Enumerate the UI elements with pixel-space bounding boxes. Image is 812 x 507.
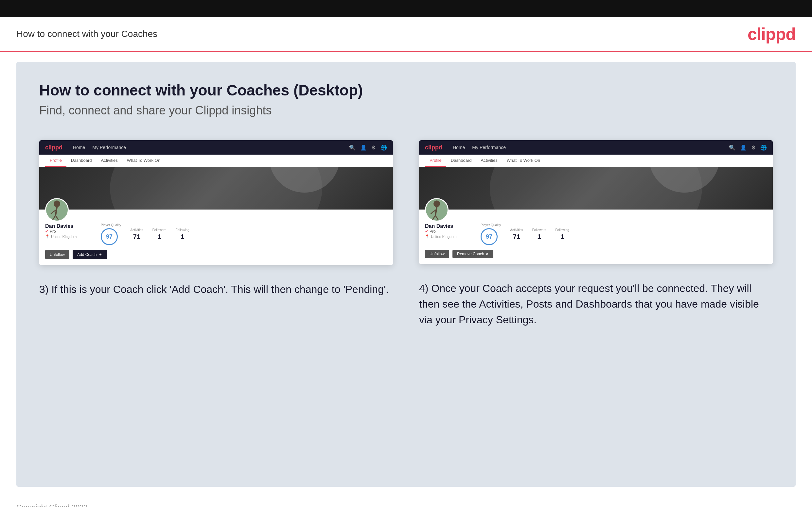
- right-mini-nav: clippd Home My Performance 🔍 👤 ⚙ 🌐: [419, 140, 773, 155]
- content-title: How to connect with your Coaches (Deskto…: [39, 81, 773, 99]
- left-stat-following: Following 1: [176, 228, 190, 240]
- left-nav-performance[interactable]: My Performance: [92, 145, 126, 150]
- right-quality-label: Player Quality: [480, 223, 501, 227]
- right-avatar: [425, 198, 449, 222]
- left-profile-info: Dan Davies ✔ Pro 📍 United Kingdom: [39, 210, 393, 265]
- left-following-value: 1: [181, 233, 184, 240]
- left-quality-label: Player Quality: [101, 223, 121, 227]
- left-stat-followers: Followers 1: [152, 228, 166, 240]
- right-stats-row: Player Quality 97 Activities 71 Follower: [480, 223, 767, 245]
- page-header: How to connect with your Coaches clippd: [0, 17, 812, 52]
- left-tab-bar: Profile Dashboard Activities What To Wor…: [39, 155, 393, 167]
- left-nav-logo: clippd: [45, 144, 62, 151]
- right-stat-following: Following 1: [556, 228, 569, 240]
- left-activities-label: Activities: [130, 228, 143, 232]
- left-quality-circle: 97: [101, 228, 118, 245]
- left-tab-what-to-work-on[interactable]: What To Work On: [122, 155, 165, 167]
- right-globe-icon[interactable]: 🌐: [760, 145, 767, 151]
- user-icon[interactable]: 👤: [360, 145, 367, 151]
- left-activities-value: 71: [133, 233, 140, 240]
- right-location-pin-icon: 📍: [425, 234, 429, 239]
- right-activities-label: Activities: [510, 228, 523, 232]
- left-following-label: Following: [176, 228, 190, 232]
- right-pro-check-icon: ✔: [425, 229, 428, 234]
- clippd-logo: clippd: [748, 24, 796, 44]
- pro-check-icon: ✔: [45, 229, 48, 234]
- left-player-name: Dan Davies: [45, 223, 91, 229]
- right-player-name: Dan Davies: [425, 223, 471, 229]
- svg-line-9: [436, 215, 439, 220]
- right-browser-mock: clippd Home My Performance 🔍 👤 ⚙ 🌐 Profi…: [419, 140, 773, 264]
- right-stat-followers: Followers 1: [532, 228, 546, 240]
- svg-line-1: [56, 207, 57, 215]
- right-player-badge: ✔ Pro: [425, 229, 471, 234]
- svg-line-3: [56, 215, 59, 220]
- right-activities-value: 71: [513, 233, 520, 240]
- add-coach-label: Add Coach: [77, 252, 97, 257]
- right-search-icon[interactable]: 🔍: [729, 145, 735, 151]
- globe-icon[interactable]: 🌐: [380, 145, 387, 151]
- right-stat-quality: Player Quality 97: [480, 223, 501, 245]
- right-tab-profile[interactable]: Profile: [425, 155, 446, 167]
- left-tab-activities[interactable]: Activities: [96, 155, 122, 167]
- left-stats-row: Player Quality 97 Activities 71 Follower: [101, 223, 387, 245]
- left-quality-value: 97: [106, 233, 112, 240]
- right-nav-icons: 🔍 👤 ⚙ 🌐: [729, 145, 767, 151]
- svg-line-2: [53, 215, 56, 220]
- top-bar: [0, 0, 812, 17]
- remove-coach-label: Remove Coach: [457, 252, 484, 256]
- location-pin-icon: 📍: [45, 234, 50, 239]
- plus-icon: ＋: [98, 252, 102, 257]
- svg-line-7: [436, 207, 437, 215]
- right-nav-logo: clippd: [425, 144, 442, 151]
- left-followers-label: Followers: [152, 228, 166, 232]
- svg-line-11: [430, 212, 433, 214]
- left-browser-mock: clippd Home My Performance 🔍 👤 ⚙ 🌐 Profi…: [39, 140, 393, 265]
- left-column: clippd Home My Performance 🔍 👤 ⚙ 🌐 Profi…: [39, 140, 393, 297]
- right-user-icon[interactable]: 👤: [740, 145, 747, 151]
- left-add-coach-button[interactable]: Add Coach ＋: [72, 250, 107, 259]
- left-nav-icons: 🔍 👤 ⚙ 🌐: [349, 145, 387, 151]
- left-profile-buttons: Unfollow Add Coach ＋: [45, 250, 387, 259]
- right-nav-home[interactable]: Home: [453, 145, 465, 150]
- right-remove-coach-button[interactable]: Remove Coach ✕: [452, 250, 493, 258]
- step3-description: 3) If this is your Coach click 'Add Coac…: [39, 281, 393, 297]
- right-settings-icon[interactable]: ⚙: [751, 145, 756, 151]
- remove-coach-x-icon: ✕: [486, 252, 489, 256]
- right-nav-performance[interactable]: My Performance: [472, 145, 506, 150]
- right-quality-circle: 97: [480, 228, 498, 245]
- right-unfollow-button[interactable]: Unfollow: [425, 250, 449, 258]
- svg-line-8: [433, 215, 436, 220]
- right-following-label: Following: [556, 228, 569, 232]
- left-tab-profile[interactable]: Profile: [45, 155, 66, 167]
- left-tab-dashboard[interactable]: Dashboard: [66, 155, 97, 167]
- right-banner-overlay: [419, 167, 773, 210]
- svg-point-0: [54, 201, 60, 207]
- page-footer: Copyright Clippd 2022: [0, 497, 812, 507]
- left-profile-banner: [39, 167, 393, 210]
- left-avatar: [45, 198, 69, 222]
- left-unfollow-button[interactable]: Unfollow: [45, 250, 69, 259]
- right-tab-what-to-work-on[interactable]: What To Work On: [502, 155, 545, 167]
- right-tab-activities[interactable]: Activities: [476, 155, 502, 167]
- right-followers-label: Followers: [532, 228, 546, 232]
- left-location-label: United Kingdom: [51, 235, 77, 239]
- right-following-value: 1: [560, 233, 564, 240]
- copyright-text: Copyright Clippd 2022: [16, 503, 88, 507]
- right-location-label: United Kingdom: [431, 235, 456, 239]
- left-banner-overlay: [39, 167, 393, 210]
- right-tab-bar: Profile Dashboard Activities What To Wor…: [419, 155, 773, 167]
- settings-icon[interactable]: ⚙: [371, 145, 376, 151]
- left-nav-home[interactable]: Home: [73, 145, 85, 150]
- right-badge-label: Pro: [429, 229, 436, 234]
- right-profile-info: Dan Davies ✔ Pro 📍 United Kingdom: [419, 210, 773, 264]
- search-icon[interactable]: 🔍: [349, 145, 356, 151]
- right-tab-dashboard[interactable]: Dashboard: [446, 155, 476, 167]
- right-name-block: Dan Davies ✔ Pro 📍 United Kingdom: [425, 223, 471, 239]
- two-columns: clippd Home My Performance 🔍 👤 ⚙ 🌐 Profi…: [39, 140, 773, 328]
- right-quality-value: 97: [486, 233, 492, 240]
- left-mini-nav: clippd Home My Performance 🔍 👤 ⚙ 🌐: [39, 140, 393, 155]
- page-title: How to connect with your Coaches: [16, 29, 157, 39]
- left-badge-label: Pro: [50, 229, 56, 234]
- right-profile-banner: [419, 167, 773, 210]
